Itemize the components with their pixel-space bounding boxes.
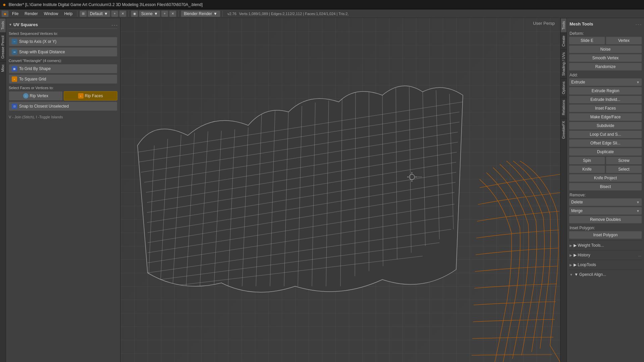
merge-dropdown[interactable]: Merge ▼	[569, 207, 642, 215]
viewport-grid	[121, 18, 560, 362]
rvtab-tools[interactable]: Tools	[561, 18, 567, 33]
looptools-header[interactable]: ▶ ▶ LoopTools	[569, 261, 642, 268]
viewport[interactable]: User Persp	[121, 18, 560, 362]
inset-faces-btn[interactable]: Inset Faces	[569, 104, 642, 112]
history-header[interactable]: ▶ ▶ History ...	[569, 252, 642, 258]
scene-icon[interactable]: ◉	[131, 10, 138, 17]
layout-icon[interactable]: ⊞	[79, 10, 87, 17]
scene-selector[interactable]: Scene ▼	[139, 10, 160, 17]
to-grid-shape-label: To Grid By Shape	[19, 66, 51, 71]
layout-dropdown-icon: ▼	[104, 11, 108, 16]
blender-icon-btn[interactable]: ●	[1, 10, 9, 17]
section-faces-vertices-label: Select Faces or Vertices to:	[9, 86, 117, 90]
snap-closest-label: Snap to Closest Unselected	[19, 104, 69, 109]
deform-label: Deform:	[569, 30, 642, 37]
rvtab-relations[interactable]: Relations	[561, 97, 567, 118]
gpencil-header[interactable]: ▼ ▼ Gpencil Align...	[569, 271, 642, 278]
looptools-arrow-icon: ▶	[570, 263, 572, 267]
knife-select-row: Knife Select	[569, 165, 642, 173]
panel-title: UV Squares	[13, 22, 38, 27]
extrude-region-btn[interactable]: Extrude Region	[569, 87, 642, 95]
add-layout-btn[interactable]: +	[111, 10, 118, 17]
rvtab-greeblefx[interactable]: GreebleFX	[561, 118, 567, 141]
remove-scene-btn[interactable]: ✕	[169, 10, 176, 17]
duplicate-btn[interactable]: Duplicate	[569, 148, 642, 156]
note-text: V - Join (Stitch), I -Toggle Islands	[9, 114, 117, 120]
screw-btn[interactable]: Screw	[606, 157, 642, 165]
subdivide-btn[interactable]: Subdivide	[569, 122, 642, 130]
left-vtabs: Tools Grease Pencil Misc	[0, 18, 6, 362]
vtab-misc[interactable]: Misc	[0, 61, 6, 75]
smooth-vertex-btn[interactable]: Smooth Vertex	[569, 54, 642, 62]
vtab-tools[interactable]: Tools	[0, 18, 6, 33]
version-label: v2.76	[227, 12, 236, 16]
remove-layout-btn[interactable]: ✕	[119, 10, 126, 17]
bisect-btn[interactable]: Bisect	[569, 183, 642, 191]
menu-file[interactable]: File	[9, 11, 21, 17]
layout-selector[interactable]: Default ▼	[88, 10, 110, 17]
spin-btn[interactable]: Spin	[569, 157, 605, 165]
remove-doubles-btn[interactable]: Remove Doubles	[569, 216, 642, 224]
delete-arrow-icon: ▼	[636, 200, 640, 204]
add-scene-btn[interactable]: +	[161, 10, 168, 17]
vertex-btn[interactable]: Vertex	[606, 37, 642, 45]
snap-closest-icon: ⊡	[12, 104, 17, 109]
blender-logo: ●	[3, 2, 6, 8]
gpencil-section: ▼ ▼ Gpencil Align...	[569, 269, 642, 278]
knife-btn[interactable]: Knife	[569, 165, 605, 173]
rvtab-create[interactable]: Create	[561, 33, 567, 49]
loop-cut-btn[interactable]: Loop Cut and S...	[569, 130, 642, 138]
mesh-tools-options[interactable]: - - -	[636, 22, 641, 26]
inset-polygon-btn[interactable]: Inset Polygon	[569, 231, 642, 239]
offset-edge-btn[interactable]: Offset Edge Sli...	[569, 139, 642, 147]
make-edge-face-btn[interactable]: Make Edge/Face	[569, 113, 642, 121]
menu-render[interactable]: Render	[22, 11, 40, 17]
render-engine-selector[interactable]: Blender Render ▼	[181, 10, 220, 17]
menu-window[interactable]: Window	[41, 11, 61, 17]
rip-buttons-row: ○ Rip Vertex ▪ Rip Faces	[9, 91, 117, 101]
randomize-btn[interactable]: Randomize	[569, 63, 642, 71]
delete-label: Delete	[571, 200, 583, 204]
vtab-grease-pencil[interactable]: Grease Pencil	[0, 33, 6, 61]
extrude-individ-btn[interactable]: Extrude Individ...	[569, 96, 642, 104]
separator-2	[128, 11, 129, 17]
snap-axis-btn[interactable]: ↔ Snap to Axis (X or Y)	[9, 37, 117, 46]
to-grid-shape-btn[interactable]: ▦ To Grid By Shape	[9, 64, 117, 73]
section-convert-label: Convert "Rectangle" (4 corners):	[9, 59, 117, 63]
panel-options-btn[interactable]: - - -	[112, 23, 117, 27]
to-square-grid-btn[interactable]: ▪ To Square Grid	[9, 74, 117, 84]
mesh-tools-header: Mesh Tools - - -	[569, 20, 642, 28]
weight-tools-label: ▶ Weight Tools...	[574, 243, 604, 248]
slide-e-btn[interactable]: Slide E	[569, 37, 605, 45]
snap-equal-btn[interactable]: ⇔ Snap with Equal Distance	[9, 47, 117, 57]
rvtab-shading-uvs[interactable]: Shading / UVs	[561, 49, 567, 78]
snap-closest-btn[interactable]: ⊡ Snap to Closest Unselected	[9, 102, 117, 111]
left-content: Tools Grease Pencil Misc ▼ UV Squares - …	[0, 18, 120, 362]
rip-faces-btn[interactable]: ▪ Rip Faces	[64, 91, 118, 101]
separator-1	[77, 11, 77, 17]
main-area: Tools Grease Pencil Misc ▼ UV Squares - …	[0, 18, 644, 362]
window-title: Blender* [L:\Game Institute Digital Game…	[9, 2, 203, 7]
extrude-dropdown[interactable]: Extrude ▼	[569, 78, 642, 86]
menu-help[interactable]: Help	[61, 11, 75, 17]
history-options[interactable]: ...	[638, 253, 641, 257]
separator-4	[222, 11, 223, 17]
weight-tools-header[interactable]: ▶ ▶ Weight Tools...	[569, 242, 642, 249]
layout-label: Default	[90, 11, 103, 16]
weight-tools-arrow-icon: ▶	[570, 244, 572, 247]
gpencil-label: ▼ Gpencil Align...	[574, 272, 606, 277]
rip-vertex-btn[interactable]: ○ Rip Vertex	[9, 91, 63, 101]
select-btn[interactable]: Select	[606, 165, 642, 173]
noise-btn[interactable]: Noise	[569, 45, 642, 53]
knife-project-btn[interactable]: Knife Project	[569, 174, 642, 182]
viewport-label: User Persp	[533, 21, 555, 26]
mesh-tools-title: Mesh Tools	[570, 21, 636, 26]
rvtab-options[interactable]: Options	[561, 78, 567, 97]
right-vtabs: Tools Create Shading / UVs Options Relat…	[561, 18, 567, 362]
grid-shape-icon: ▦	[12, 66, 17, 71]
panel-collapse-btn[interactable]: ▼	[9, 23, 12, 26]
delete-dropdown[interactable]: Delete ▼	[569, 198, 642, 206]
rip-faces-label: Rip Faces	[85, 94, 103, 98]
right-panels: Tools Create Shading / UVs Options Relat…	[560, 18, 644, 362]
snap-equal-icon: ⇔	[12, 49, 17, 55]
